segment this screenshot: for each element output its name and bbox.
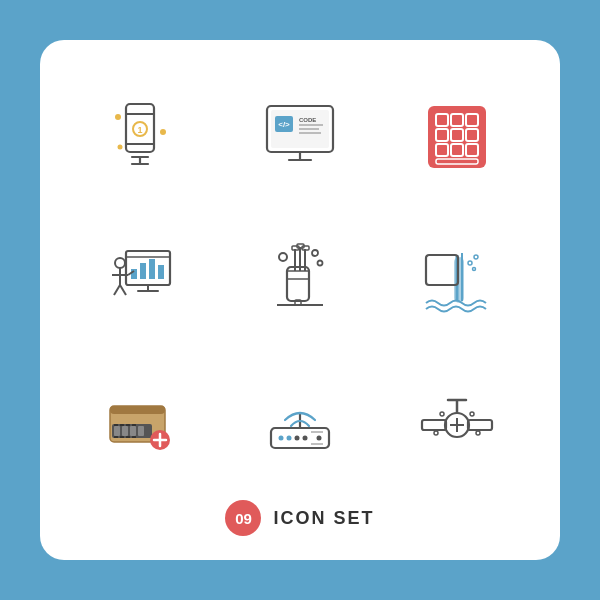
svg-rect-74 xyxy=(120,424,124,426)
svg-point-101 xyxy=(470,412,474,416)
golf-bag-icon xyxy=(255,235,345,325)
svg-point-7 xyxy=(118,144,123,149)
svg-rect-75 xyxy=(126,424,130,426)
svg-point-88 xyxy=(302,436,307,441)
svg-rect-94 xyxy=(468,420,492,430)
svg-point-85 xyxy=(278,436,283,441)
svg-point-65 xyxy=(472,267,475,270)
svg-point-86 xyxy=(286,436,291,441)
svg-point-56 xyxy=(317,260,322,265)
svg-rect-71 xyxy=(130,426,136,436)
svg-point-63 xyxy=(468,261,472,265)
svg-point-55 xyxy=(312,250,318,256)
footer: 09 ICON SET xyxy=(225,500,374,536)
svg-rect-76 xyxy=(132,424,136,426)
presentation-chart-icon xyxy=(98,235,188,325)
svg-line-43 xyxy=(114,285,120,295)
svg-point-6 xyxy=(160,129,166,135)
svg-rect-70 xyxy=(122,426,128,436)
wallet-film-icon xyxy=(98,378,188,468)
svg-rect-72 xyxy=(138,426,144,436)
icon-cell-mobile: 1 xyxy=(70,70,217,203)
icon-cell-router xyxy=(227,357,374,490)
icon-cell-pipe-valve xyxy=(383,357,530,490)
icon-count-badge: 09 xyxy=(225,500,261,536)
svg-point-89 xyxy=(316,436,321,441)
icon-grid: 1 </> CODE xyxy=(70,70,530,490)
svg-text:CODE: CODE xyxy=(299,117,316,123)
svg-rect-35 xyxy=(149,259,155,279)
svg-rect-77 xyxy=(114,436,118,438)
svg-point-40 xyxy=(115,258,125,268)
svg-rect-62 xyxy=(426,255,458,285)
svg-rect-46 xyxy=(287,267,309,301)
svg-text:</>: </> xyxy=(278,120,290,129)
svg-rect-58 xyxy=(295,300,301,305)
svg-rect-33 xyxy=(131,269,137,279)
svg-point-5 xyxy=(115,114,121,120)
svg-text:1: 1 xyxy=(138,125,143,135)
grid-pad-icon xyxy=(412,92,502,182)
main-card: 1 </> CODE xyxy=(40,40,560,560)
svg-rect-93 xyxy=(422,420,446,430)
icon-cell-golf xyxy=(227,213,374,346)
code-monitor-icon: </> CODE xyxy=(255,92,345,182)
icon-cell-wallet xyxy=(70,357,217,490)
footer-label: ICON SET xyxy=(273,508,374,529)
svg-point-103 xyxy=(476,431,480,435)
svg-rect-34 xyxy=(140,263,146,279)
svg-point-64 xyxy=(474,255,478,259)
svg-point-102 xyxy=(434,431,438,435)
waterfall-icon xyxy=(412,235,502,325)
wifi-router-icon xyxy=(255,378,345,468)
svg-point-87 xyxy=(294,436,299,441)
svg-rect-67 xyxy=(110,406,165,414)
svg-rect-78 xyxy=(120,436,124,438)
svg-rect-69 xyxy=(114,426,120,436)
svg-rect-73 xyxy=(114,424,118,426)
icon-cell-presentation xyxy=(70,213,217,346)
svg-line-44 xyxy=(120,285,126,295)
mobile-number-one-icon: 1 xyxy=(98,92,188,182)
svg-rect-47 xyxy=(287,271,309,279)
icon-cell-gridpad xyxy=(383,70,530,203)
icon-cell-code: </> CODE xyxy=(227,70,374,203)
icon-cell-waterfall xyxy=(383,213,530,346)
svg-rect-36 xyxy=(158,265,164,279)
svg-rect-79 xyxy=(126,436,130,438)
svg-point-54 xyxy=(279,253,287,261)
svg-rect-80 xyxy=(132,436,136,438)
svg-point-100 xyxy=(440,412,444,416)
pipe-valve-icon xyxy=(412,378,502,468)
